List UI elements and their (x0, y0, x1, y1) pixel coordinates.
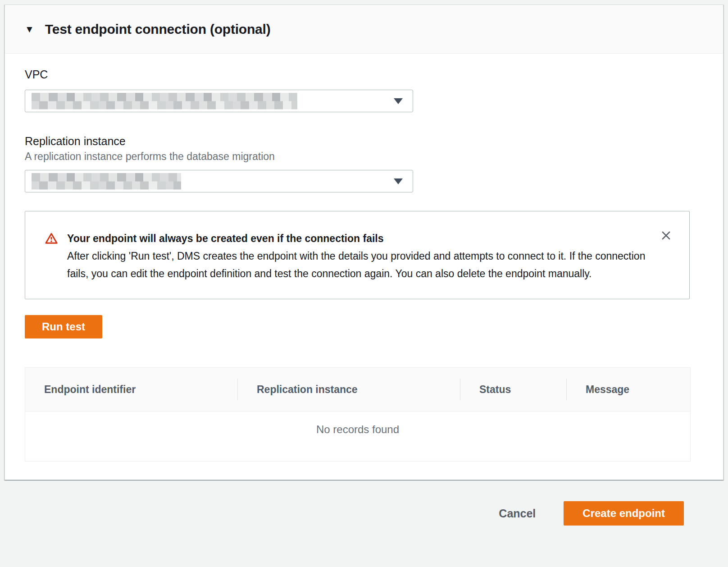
column-header-label: Status (479, 384, 511, 396)
table-header-row: Endpoint identifier Replication instance… (25, 368, 690, 412)
test-results-table: Endpoint identifier Replication instance… (25, 367, 691, 462)
column-header-label: Message (586, 384, 629, 396)
empty-state-message: No records found (25, 412, 690, 461)
panel-body: VPC Replication instance A replication i… (5, 54, 723, 480)
run-test-button[interactable]: Run test (25, 315, 102, 338)
column-header-replication-instance: Replication instance (238, 368, 460, 411)
column-header-label: Endpoint identifier (44, 384, 136, 396)
column-header-status: Status (460, 368, 567, 411)
vpc-field: VPC (25, 68, 703, 112)
replication-instance-label: Replication instance (25, 134, 703, 148)
test-endpoint-panel: ▼ Test endpoint connection (optional) VP… (5, 5, 723, 480)
warning-body: After clicking 'Run test', DMS creates t… (67, 247, 649, 283)
column-header-endpoint-identifier: Endpoint identifier (25, 368, 238, 411)
create-endpoint-button[interactable]: Create endpoint (564, 501, 684, 526)
replication-instance-description: A replication instance performs the data… (25, 150, 703, 163)
panel-header[interactable]: ▼ Test endpoint connection (optional) (5, 5, 723, 54)
replication-instance-select[interactable] (25, 170, 413, 192)
chevron-down-icon (394, 178, 403, 184)
chevron-down-icon (394, 98, 403, 104)
replication-instance-selected-value-redacted (32, 173, 181, 190)
column-header-label: Replication instance (257, 384, 358, 396)
replication-instance-field: Replication instance A replication insta… (25, 134, 703, 192)
warning-text: Your endpoint will always be created eve… (67, 230, 649, 283)
vpc-label: VPC (25, 68, 703, 81)
cancel-button[interactable]: Cancel (499, 507, 536, 520)
warning-banner: Your endpoint will always be created eve… (25, 211, 690, 299)
warning-triangle-icon (45, 233, 58, 246)
page: ▼ Test endpoint connection (optional) VP… (0, 5, 728, 547)
collapse-triangle-icon: ▼ (25, 24, 34, 34)
warning-title: Your endpoint will always be created eve… (67, 230, 649, 247)
page-footer: Cancel Create endpoint (0, 480, 728, 547)
panel-title: Test endpoint connection (optional) (45, 22, 271, 37)
vpc-selected-value-redacted (32, 93, 297, 110)
vpc-select[interactable] (25, 90, 413, 112)
close-icon[interactable] (658, 228, 674, 243)
column-header-message: Message (567, 368, 690, 411)
